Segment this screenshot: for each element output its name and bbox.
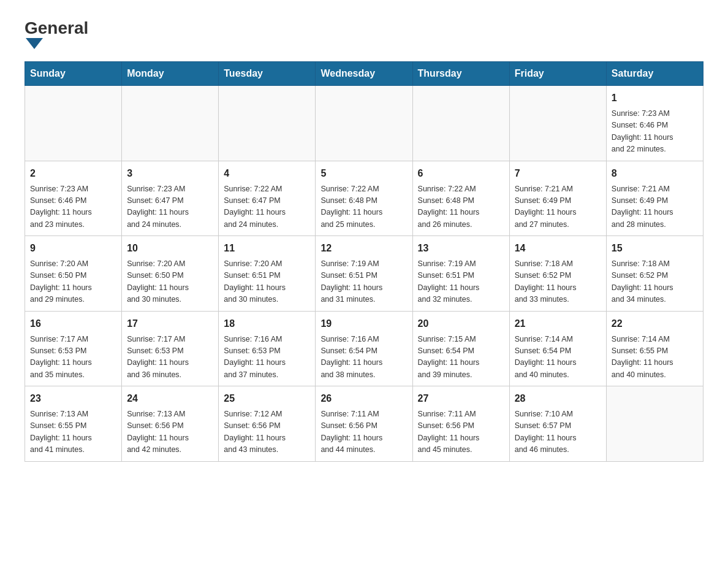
day-info: Sunrise: 7:15 AMSunset: 6:54 PMDaylight:… <box>418 334 504 381</box>
day-info: Sunrise: 7:17 AMSunset: 6:53 PMDaylight:… <box>30 334 116 381</box>
calendar-day-cell: 18Sunrise: 7:16 AMSunset: 6:53 PMDayligh… <box>219 311 316 386</box>
day-info: Sunrise: 7:19 AMSunset: 6:51 PMDaylight:… <box>418 258 504 306</box>
logo-chevron-icon <box>26 38 43 49</box>
calendar-header-wednesday: Wednesday <box>316 62 412 86</box>
day-number: 11 <box>224 241 310 256</box>
day-info: Sunrise: 7:17 AMSunset: 6:53 PMDaylight:… <box>127 334 213 381</box>
day-number: 28 <box>515 391 601 406</box>
day-number: 16 <box>30 316 116 331</box>
day-number: 13 <box>418 241 504 256</box>
calendar-day-cell: 15Sunrise: 7:18 AMSunset: 6:52 PMDayligh… <box>606 236 703 312</box>
day-number: 12 <box>320 241 407 256</box>
day-number: 9 <box>30 241 116 256</box>
day-info: Sunrise: 7:19 AMSunset: 6:51 PMDaylight:… <box>320 258 407 306</box>
calendar-day-cell: 7Sunrise: 7:21 AMSunset: 6:49 PMDaylight… <box>509 161 606 236</box>
calendar-day-cell: 13Sunrise: 7:19 AMSunset: 6:51 PMDayligh… <box>412 236 509 312</box>
calendar-day-cell: 25Sunrise: 7:12 AMSunset: 6:56 PMDayligh… <box>219 386 316 462</box>
day-number: 3 <box>127 166 213 181</box>
calendar-day-cell: 2Sunrise: 7:23 AMSunset: 6:46 PMDaylight… <box>25 161 122 236</box>
day-info: Sunrise: 7:23 AMSunset: 6:47 PMDaylight:… <box>127 183 213 231</box>
calendar-day-cell: 20Sunrise: 7:15 AMSunset: 6:54 PMDayligh… <box>412 311 509 386</box>
day-number: 7 <box>515 166 601 181</box>
day-info: Sunrise: 7:23 AMSunset: 6:46 PMDaylight:… <box>30 183 116 231</box>
calendar-day-cell: 23Sunrise: 7:13 AMSunset: 6:55 PMDayligh… <box>25 386 122 462</box>
calendar-day-cell: 5Sunrise: 7:22 AMSunset: 6:48 PMDaylight… <box>316 161 412 236</box>
day-info: Sunrise: 7:21 AMSunset: 6:49 PMDaylight:… <box>612 183 698 231</box>
day-info: Sunrise: 7:20 AMSunset: 6:50 PMDaylight:… <box>127 258 213 306</box>
day-number: 18 <box>224 316 310 331</box>
day-number: 25 <box>224 391 310 406</box>
day-number: 2 <box>30 166 116 181</box>
calendar-day-cell <box>25 86 122 161</box>
calendar-day-cell: 16Sunrise: 7:17 AMSunset: 6:53 PMDayligh… <box>25 311 122 386</box>
day-number: 19 <box>320 316 407 331</box>
day-number: 10 <box>127 241 213 256</box>
calendar-week-row: 9Sunrise: 7:20 AMSunset: 6:50 PMDaylight… <box>25 236 703 312</box>
logo-general-text: General <box>25 18 88 38</box>
day-info: Sunrise: 7:20 AMSunset: 6:50 PMDaylight:… <box>30 258 116 306</box>
calendar-day-cell: 10Sunrise: 7:20 AMSunset: 6:50 PMDayligh… <box>122 236 219 312</box>
day-info: Sunrise: 7:18 AMSunset: 6:52 PMDaylight:… <box>612 258 698 306</box>
calendar-week-row: 1Sunrise: 7:23 AMSunset: 6:46 PMDaylight… <box>25 86 703 161</box>
day-info: Sunrise: 7:22 AMSunset: 6:48 PMDaylight:… <box>418 183 504 231</box>
day-number: 14 <box>515 241 601 256</box>
day-number: 6 <box>418 166 504 181</box>
calendar-day-cell: 3Sunrise: 7:23 AMSunset: 6:47 PMDaylight… <box>122 161 219 236</box>
calendar-day-cell: 24Sunrise: 7:13 AMSunset: 6:56 PMDayligh… <box>122 386 219 462</box>
day-number: 17 <box>127 316 213 331</box>
day-number: 24 <box>127 391 213 406</box>
calendar-day-cell: 28Sunrise: 7:10 AMSunset: 6:57 PMDayligh… <box>509 386 606 462</box>
calendar-header-saturday: Saturday <box>606 62 703 86</box>
calendar-header-friday: Friday <box>509 62 606 86</box>
day-info: Sunrise: 7:12 AMSunset: 6:56 PMDaylight:… <box>224 408 310 456</box>
calendar-day-cell: 17Sunrise: 7:17 AMSunset: 6:53 PMDayligh… <box>122 311 219 386</box>
day-info: Sunrise: 7:18 AMSunset: 6:52 PMDaylight:… <box>515 258 601 306</box>
day-number: 27 <box>418 391 504 406</box>
calendar-day-cell: 14Sunrise: 7:18 AMSunset: 6:52 PMDayligh… <box>509 236 606 312</box>
calendar-header-sunday: Sunday <box>25 62 122 86</box>
calendar-day-cell: 4Sunrise: 7:22 AMSunset: 6:47 PMDaylight… <box>219 161 316 236</box>
day-number: 8 <box>612 166 698 181</box>
day-info: Sunrise: 7:11 AMSunset: 6:56 PMDaylight:… <box>320 408 407 456</box>
calendar-day-cell <box>606 386 703 462</box>
day-info: Sunrise: 7:22 AMSunset: 6:48 PMDaylight:… <box>320 183 407 231</box>
day-number: 23 <box>30 391 116 406</box>
logo: General <box>25 18 88 49</box>
day-info: Sunrise: 7:20 AMSunset: 6:51 PMDaylight:… <box>224 258 310 306</box>
day-info: Sunrise: 7:22 AMSunset: 6:47 PMDaylight:… <box>224 183 310 231</box>
calendar-day-cell: 27Sunrise: 7:11 AMSunset: 6:56 PMDayligh… <box>412 386 509 462</box>
calendar-day-cell <box>509 86 606 161</box>
calendar-day-cell <box>316 86 412 161</box>
day-info: Sunrise: 7:13 AMSunset: 6:55 PMDaylight:… <box>30 408 116 456</box>
day-number: 22 <box>612 316 698 331</box>
header: General <box>25 18 703 49</box>
day-info: Sunrise: 7:14 AMSunset: 6:54 PMDaylight:… <box>515 334 601 381</box>
calendar-day-cell: 22Sunrise: 7:14 AMSunset: 6:55 PMDayligh… <box>606 311 703 386</box>
calendar-table: SundayMondayTuesdayWednesdayThursdayFrid… <box>25 61 703 462</box>
calendar-week-row: 23Sunrise: 7:13 AMSunset: 6:55 PMDayligh… <box>25 386 703 462</box>
calendar-day-cell: 11Sunrise: 7:20 AMSunset: 6:51 PMDayligh… <box>219 236 316 312</box>
calendar-header-row: SundayMondayTuesdayWednesdayThursdayFrid… <box>25 62 703 86</box>
day-number: 1 <box>612 91 698 105</box>
day-info: Sunrise: 7:23 AMSunset: 6:46 PMDaylight:… <box>612 108 698 156</box>
day-number: 26 <box>320 391 407 406</box>
day-info: Sunrise: 7:16 AMSunset: 6:53 PMDaylight:… <box>224 334 310 381</box>
calendar-day-cell: 6Sunrise: 7:22 AMSunset: 6:48 PMDaylight… <box>412 161 509 236</box>
day-number: 15 <box>612 241 698 256</box>
calendar-day-cell: 19Sunrise: 7:16 AMSunset: 6:54 PMDayligh… <box>316 311 412 386</box>
calendar-day-cell: 12Sunrise: 7:19 AMSunset: 6:51 PMDayligh… <box>316 236 412 312</box>
logo-bottom <box>25 38 45 49</box>
day-number: 5 <box>320 166 407 181</box>
calendar-day-cell: 8Sunrise: 7:21 AMSunset: 6:49 PMDaylight… <box>606 161 703 236</box>
calendar-header-thursday: Thursday <box>412 62 509 86</box>
calendar-day-cell <box>122 86 219 161</box>
calendar-week-row: 16Sunrise: 7:17 AMSunset: 6:53 PMDayligh… <box>25 311 703 386</box>
calendar-day-cell: 9Sunrise: 7:20 AMSunset: 6:50 PMDaylight… <box>25 236 122 312</box>
calendar-week-row: 2Sunrise: 7:23 AMSunset: 6:46 PMDaylight… <box>25 161 703 236</box>
calendar-day-cell <box>219 86 316 161</box>
calendar-day-cell: 21Sunrise: 7:14 AMSunset: 6:54 PMDayligh… <box>509 311 606 386</box>
day-number: 4 <box>224 166 310 181</box>
day-info: Sunrise: 7:21 AMSunset: 6:49 PMDaylight:… <box>515 183 601 231</box>
day-number: 21 <box>515 316 601 331</box>
calendar-header-monday: Monday <box>122 62 219 86</box>
